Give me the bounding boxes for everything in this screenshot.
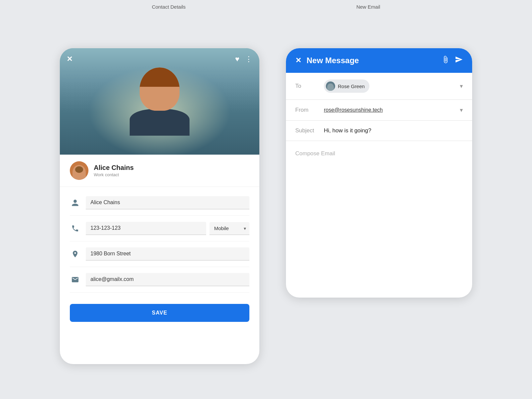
more-options-button[interactable]: ⋮ (245, 55, 253, 64)
contact-name-group: Alice Chains Work contact (94, 164, 249, 177)
location-icon (70, 250, 80, 258)
person-icon (70, 199, 80, 207)
to-field-content: Rose Green (324, 79, 455, 93)
contact-photo-person (130, 67, 190, 136)
phone-field-row: Mobile Home Work Other ▾ (70, 216, 249, 241)
name-input[interactable] (86, 196, 249, 209)
contact-identity: Alice Chains Work contact (60, 155, 259, 187)
left-section-label: Contact Details (152, 4, 186, 10)
right-section-label: New Email (356, 4, 380, 10)
email-icon (70, 276, 80, 284)
phone-type-wrapper: Mobile Home Work Other ▾ (209, 222, 249, 235)
email-header: ✕ New Message (286, 48, 472, 73)
recipient-avatar (326, 81, 335, 91)
email-title: New Message (307, 56, 436, 65)
subject-field-row: Subject Hi, how is it going? (286, 121, 472, 141)
to-field-row: To Rose Green ▾ (286, 73, 472, 100)
to-label: To (295, 83, 319, 89)
contact-type: Work contact (94, 172, 249, 177)
favorite-button[interactable]: ♥ (235, 55, 239, 64)
compose-area[interactable]: Compose Email (286, 141, 472, 166)
recipient-name: Rose Green (338, 83, 365, 89)
close-button[interactable]: ✕ (295, 56, 301, 65)
contact-details-panel: ✕ ♥ ⋮ Alice Chains Work contact (60, 48, 259, 364)
phone-input[interactable] (86, 222, 206, 235)
send-button[interactable] (455, 56, 463, 66)
compose-placeholder: Compose Email (295, 150, 335, 157)
new-email-panel: ✕ New Message To Rose Gre (286, 48, 472, 298)
phone-row: Mobile Home Work Other ▾ (86, 222, 249, 235)
subject-field-content: Hi, how is it going? (324, 127, 463, 134)
email-field-row (70, 267, 249, 293)
recipient-chip[interactable]: Rose Green (324, 79, 369, 93)
from-field-row: From rose@rosesunshine.tech ▾ (286, 100, 472, 121)
address-input[interactable] (86, 247, 249, 261)
chevron-down-icon: ▾ (460, 82, 463, 90)
contact-fields: Mobile Home Work Other ▾ (60, 187, 259, 296)
phone-icon (70, 224, 80, 232)
from-email[interactable]: rose@rosesunshine.tech (324, 107, 383, 113)
contact-photo-area: ✕ ♥ ⋮ (60, 48, 259, 155)
close-button[interactable]: ✕ (66, 55, 72, 64)
from-field-content: rose@rosesunshine.tech (324, 107, 455, 113)
email-input[interactable] (86, 273, 249, 286)
subject-label: Subject (295, 127, 319, 134)
attach-button[interactable] (442, 56, 450, 66)
name-field-row (70, 190, 249, 216)
address-field-row (70, 241, 249, 267)
save-button[interactable]: SAVE (70, 304, 249, 322)
avatar (70, 161, 88, 180)
from-label: From (295, 107, 319, 113)
phone-type-select[interactable]: Mobile Home Work Other (209, 222, 249, 235)
chevron-down-icon: ▾ (460, 106, 463, 114)
subject-text[interactable]: Hi, how is it going? (324, 127, 371, 134)
contact-name: Alice Chains (94, 164, 249, 172)
